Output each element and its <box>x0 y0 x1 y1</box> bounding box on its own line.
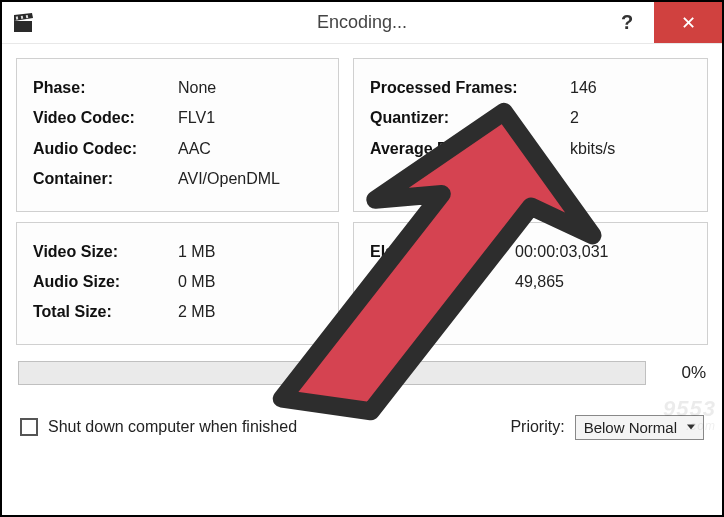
audio-size-value: 0 MB <box>178 267 322 297</box>
video-codec-value: FLV1 <box>178 103 322 133</box>
avg-bitrate-label: Average Bitrate: <box>370 134 570 164</box>
avg-bitrate-value: kbits/s <box>570 134 691 164</box>
video-size-label: Video Size: <box>33 237 178 267</box>
time-panel: Elapsed:00:00:03,031 Remaining:49,865 <box>353 222 708 345</box>
phase-value: None <box>178 73 322 103</box>
total-size-label: Total Size: <box>33 297 178 327</box>
audio-size-label: Audio Size: <box>33 267 178 297</box>
video-codec-label: Video Codec: <box>33 103 178 133</box>
checkbox-box-icon <box>20 418 38 436</box>
priority-label: Priority: <box>510 418 564 436</box>
close-icon: ✕ <box>681 12 696 34</box>
shutdown-checkbox[interactable]: Shut down computer when finished <box>20 418 297 436</box>
help-button[interactable]: ? <box>600 2 654 43</box>
elapsed-value: 00:00:03,031 <box>515 237 691 267</box>
processed-frames-value: 146 <box>570 73 691 103</box>
audio-codec-value: AAC <box>178 134 322 164</box>
progress-bar <box>18 361 646 385</box>
frames-panel: Processed Frames:146 Quantizer:2 Average… <box>353 58 708 212</box>
codec-panel: Phase:None Video Codec:FLV1 Audio Codec:… <box>16 58 339 212</box>
size-panel: Video Size:1 MB Audio Size:0 MB Total Si… <box>16 222 339 345</box>
clapper-icon <box>12 11 36 35</box>
container-value: AVI/OpenDML <box>178 164 322 194</box>
progress-percent: 0% <box>658 363 706 383</box>
elapsed-label: Elapsed: <box>370 237 515 267</box>
quantizer-value: 2 <box>570 103 691 133</box>
remaining-value: 49,865 <box>515 267 691 297</box>
phase-label: Phase: <box>33 73 178 103</box>
processed-frames-label: Processed Frames: <box>370 73 570 103</box>
video-size-value: 1 MB <box>178 237 322 267</box>
audio-codec-label: Audio Codec: <box>33 134 178 164</box>
total-size-value: 2 MB <box>178 297 322 327</box>
container-label: Container: <box>33 164 178 194</box>
watermark: 9553.com <box>663 396 716 432</box>
shutdown-label: Shut down computer when finished <box>48 418 297 436</box>
remaining-label: Remaining: <box>370 267 515 297</box>
close-button[interactable]: ✕ <box>654 2 722 43</box>
svg-rect-0 <box>14 21 32 32</box>
quantizer-label: Quantizer: <box>370 103 570 133</box>
